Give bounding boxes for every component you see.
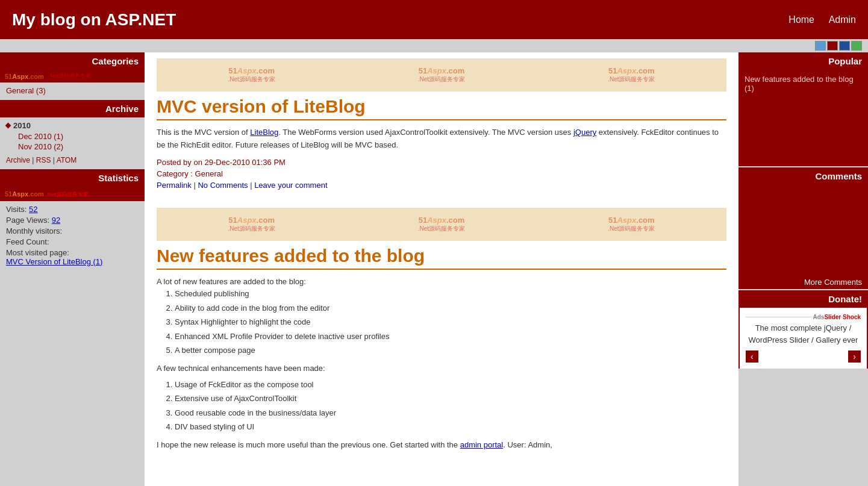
blog-post-2: 51Aspx.com .Net源码服务专家 51Aspx.com .Net源码服… <box>157 208 726 452</box>
blog-post-1: 51Aspx.com .Net源码服务专家 51Aspx.com .Net源码服… <box>157 58 726 190</box>
archive-links: Archive | RSS | ATOM <box>6 156 139 164</box>
wm4: 51Aspx.com .Net源码服务专家 <box>228 216 275 233</box>
post1-title: MVC version of LiteBlog <box>157 96 726 120</box>
post1-meta-date: Posted by on 29-Dec-2010 01:36 PM <box>157 158 726 167</box>
popular-header: Popular <box>738 52 868 70</box>
visits-label: Visits: <box>6 205 27 214</box>
archive-year-2010: 2010 <box>6 121 139 130</box>
categories-banner: 51Aspx.com .Net源码服务专家 <box>0 70 145 83</box>
stats-watermark: 51Aspx.com .Net源码服务专家 <box>5 190 89 198</box>
popular-link-1[interactable]: New features added to the blog (1) <box>745 75 854 93</box>
post2-footer-end: . User: Admin, <box>503 440 552 449</box>
pageviews-label: Page Views: <box>6 216 49 225</box>
list1-item4: Enhanced XML Profile Provider to delete … <box>175 331 726 343</box>
ad-body: The most complete jQuery / WordPress Sli… <box>746 322 861 346</box>
ad-badge: Ads <box>813 314 825 320</box>
jquery-link[interactable]: jQuery <box>573 128 596 137</box>
post1-leave-comment[interactable]: Leave your comment <box>254 181 327 190</box>
stat-monthly: Monthly visitors: <box>6 226 139 235</box>
post2-banner: 51Aspx.com .Net源码服务专家 51Aspx.com .Net源码服… <box>157 208 726 241</box>
toolbar-btn-blue[interactable] <box>815 41 826 51</box>
archive-section: Archive 2010 Dec 2010 (1) Nov 2010 (2) A… <box>0 100 145 168</box>
comments-body <box>738 185 868 275</box>
toolbar-btn-red[interactable] <box>827 41 838 51</box>
archive-year-label: 2010 <box>13 121 31 130</box>
archive-link[interactable]: Archive <box>6 156 30 164</box>
statistics-body: 51Aspx.com .Net源码服务专家 Visits: 52 Page Vi… <box>0 187 145 272</box>
stat-pageviews: Page Views: 92 <box>6 216 139 225</box>
post2-title: New features added to the blog <box>157 246 726 270</box>
pageviews-value[interactable]: 92 <box>52 216 60 225</box>
ad-title: Slider Shock Ads <box>746 314 861 317</box>
popular-body: New features added to the blog (1) <box>738 70 868 166</box>
right-sidebar: Popular New features added to the blog (… <box>738 52 868 486</box>
categories-header: Categories <box>0 52 145 70</box>
most-visited-value[interactable]: MVC Version of LiteBlog (1) <box>6 257 102 266</box>
liteblog-link[interactable]: LiteBlog <box>250 128 278 137</box>
archive-header: Archive <box>0 100 145 117</box>
rss-link[interactable]: RSS <box>36 156 51 164</box>
post1-permalink[interactable]: Permalink <box>157 181 192 190</box>
toolbar-btn-darkblue[interactable] <box>839 41 850 51</box>
more-comments[interactable]: More Comments <box>738 275 868 289</box>
list2-item2: Extensive use of AjaxControlToolkit <box>175 393 726 405</box>
ad-prev-btn[interactable]: ‹ <box>746 350 758 363</box>
list2-item3: Good reusable code in the business/data … <box>175 407 726 419</box>
atom-link[interactable]: ATOM <box>57 156 77 164</box>
post1-body: This is the MVC version of LiteBlog. The… <box>157 126 726 152</box>
feed-label: Feed Count: <box>6 237 49 246</box>
category-general[interactable]: General (3) <box>6 86 46 95</box>
wm5: 51Aspx.com .Net源码服务专家 <box>418 216 465 233</box>
most-visited-label: Most visited page: <box>6 248 69 257</box>
comments-section: Comments More Comments <box>738 167 868 289</box>
stats-banner: 51Aspx.com .Net源码服务专家 <box>0 187 145 201</box>
ad-next-btn[interactable]: › <box>848 350 861 363</box>
nav-admin[interactable]: Admin <box>829 14 856 25</box>
post2-body: A lot of new features are added to the b… <box>157 276 726 452</box>
wm3: 51Aspx.com .Net源码服务专家 <box>608 66 655 84</box>
stat-visits: Visits: 52 <box>6 205 139 214</box>
archive-link-dec[interactable]: Dec 2010 (1) <box>18 132 63 141</box>
post1-meta-category: Category : General <box>157 169 726 178</box>
archive-month-dec: Dec 2010 (1) <box>18 132 139 141</box>
post2-watermark: 51Aspx.com .Net源码服务专家 51Aspx.com .Net源码服… <box>157 208 726 241</box>
popular-section: Popular New features added to the blog (… <box>738 52 868 166</box>
statistics-section: Statistics 51Aspx.com .Net源码服务专家 Visits:… <box>0 169 145 272</box>
donate-section: Donate! Slider Shock Ads The most comple… <box>738 290 868 369</box>
layout: Categories 51Aspx.com .Net源码服务专家 General… <box>0 52 868 486</box>
monthly-label: Monthly visitors: <box>6 226 62 235</box>
list2-item4: DIV based styling of UI <box>175 421 726 433</box>
popular-item-1: New features added to the blog (1) <box>745 75 862 93</box>
toolbar-btn-green[interactable] <box>851 41 862 51</box>
post2-intro: A lot of new features are added to the b… <box>157 276 726 288</box>
post1-no-comments[interactable]: No Comments <box>198 181 248 190</box>
list1-item5: A better compose page <box>175 344 726 357</box>
visits-value[interactable]: 52 <box>29 205 37 214</box>
watermark-sub-left: .Net源码服务专家 <box>49 72 92 80</box>
post1-watermark: 51Aspx.com .Net源码服务专家 51Aspx.com .Net源码服… <box>157 58 726 92</box>
wm1: 51Aspx.com .Net源码服务专家 <box>228 66 275 84</box>
list2-item1: Usage of FckEditor as the compose tool <box>175 379 726 391</box>
archive-link-nov[interactable]: Nov 2010 (2) <box>18 142 63 151</box>
post2-footer: I hope the new release is much more usef… <box>157 439 726 452</box>
toolbar-strip <box>0 39 868 52</box>
list1-item2: Ability to add code in the blog from the… <box>175 302 726 314</box>
list1-item1: Scheduled publishing <box>175 288 726 300</box>
stat-most-visited: Most visited page: MVC Version of LiteBl… <box>6 248 139 266</box>
nav-home[interactable]: Home <box>788 14 814 25</box>
admin-portal-link[interactable]: admin portal <box>460 440 504 449</box>
stat-feed: Feed Count: <box>6 237 139 246</box>
post2-tech-intro: A few technical enhancements have been m… <box>157 363 726 375</box>
more-comments-link[interactable]: More Comments <box>804 278 862 287</box>
post2-list2: Usage of FckEditor as the compose tool E… <box>175 379 726 433</box>
statistics-header: Statistics <box>0 169 145 187</box>
donate-ad: Slider Shock Ads The most complete jQuer… <box>740 308 867 369</box>
post1-links: Permalink | No Comments | Leave your com… <box>157 181 726 190</box>
main-nav: Home Admin <box>776 14 856 25</box>
page-header: My blog on ASP.NET Home Admin <box>0 0 868 39</box>
site-title: My blog on ASP.NET <box>12 10 176 30</box>
comments-header: Comments <box>738 167 868 185</box>
left-sidebar: Categories 51Aspx.com .Net源码服务专家 General… <box>0 52 145 486</box>
watermark-logo-left: 51Aspx.com <box>5 73 44 80</box>
donate-header: Donate! <box>738 290 868 308</box>
